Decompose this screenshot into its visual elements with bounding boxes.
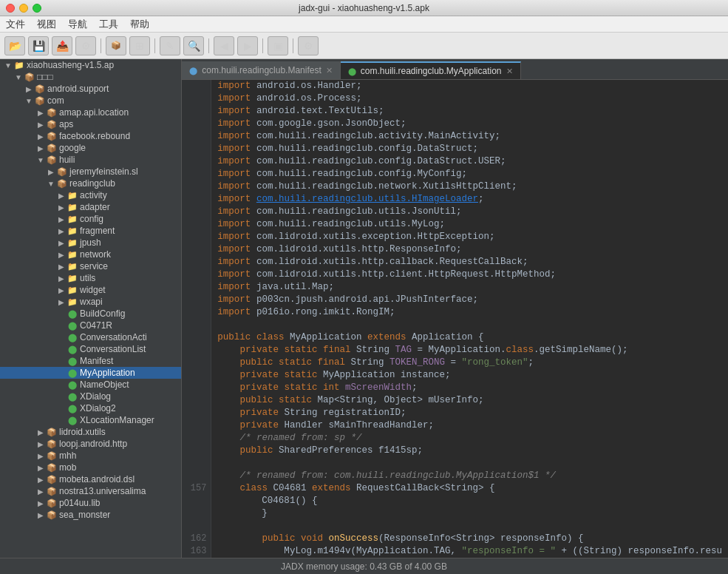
tree-item-mob[interactable]: ▶ 📦 mob xyxy=(0,462,181,473)
folder-icon-utils: 📁 xyxy=(67,274,78,283)
label-mobeta: mobeta.android.dsl xyxy=(58,474,135,484)
toolbar-back-btn[interactable]: ◀ xyxy=(214,36,234,55)
toolbar: 📂 💾 📤 ⚙ 📦 ⊞ ✎ 🔍 ◀ ▶ ▣ ⚙ xyxy=(0,33,728,59)
grid-icon: ⊞ xyxy=(135,40,144,52)
tree-item-utils[interactable]: ▶ 📁 utils xyxy=(0,272,181,284)
tree-item-readingclub[interactable]: ▼ 📦 readingclub xyxy=(0,178,181,189)
toolbar-edit-btn[interactable]: ✎ xyxy=(160,36,180,55)
tree-item-facebook[interactable]: ▶ 📦 facebook.rebound xyxy=(0,130,181,142)
menu-tools[interactable]: 工具 xyxy=(99,18,118,31)
tree-item-amap[interactable]: ▶ 📦 amap.api.location xyxy=(0,107,181,118)
back-icon: ◀ xyxy=(220,40,228,52)
close-button[interactable] xyxy=(6,4,15,13)
arrow-mob: ▶ xyxy=(35,464,46,472)
toolbar-grid-btn[interactable]: ⊞ xyxy=(129,36,150,55)
arrow-aps: ▶ xyxy=(35,121,46,129)
label-squares: □□□ xyxy=(35,72,53,82)
code-line-7: import com.huili.readingclub.config.Data… xyxy=(217,155,722,168)
tree-item-com[interactable]: ▼ 📦 com xyxy=(0,95,181,107)
label-xlocation: XLocationManager xyxy=(78,415,154,425)
pkg-icon-mob: 📦 xyxy=(46,463,58,473)
code-line-6: import com.huili.readingclub.config.Data… xyxy=(217,143,722,155)
toolbar-run-btn[interactable]: ▣ xyxy=(268,36,288,55)
tree-item-p014uu[interactable]: ▶ 📦 p014uu.lib xyxy=(0,497,181,509)
tree-item-myapplication[interactable]: ▶ ⬤ MyApplication xyxy=(0,367,181,379)
toolbar-sep-1 xyxy=(101,38,101,53)
menu-view[interactable]: 视图 xyxy=(37,18,56,31)
tab-myapplication-close[interactable]: ✕ xyxy=(506,67,513,76)
toolbar-export-btn[interactable]: 📤 xyxy=(52,36,72,55)
toolbar-pkg-btn[interactable]: 📦 xyxy=(106,36,126,55)
tree-item-convacti[interactable]: ▶ ⬤ ConversationActi xyxy=(0,331,181,343)
menu-help[interactable]: 帮助 xyxy=(130,18,149,31)
tree-item-android-support[interactable]: ▶ 📦 android.support xyxy=(0,83,181,95)
tree-item-jpush[interactable]: ▶ 📁 jpush xyxy=(0,237,181,249)
tree-item-config[interactable]: ▶ 📁 config xyxy=(0,213,181,225)
tree-item-jeremy[interactable]: ▶ 📦 jeremyfeinstein.sl xyxy=(0,166,181,178)
label-myapplication: MyApplication xyxy=(78,368,135,378)
label-config: config xyxy=(78,214,103,224)
tree-item-aps[interactable]: ▶ 📦 aps xyxy=(0,118,181,130)
tree-item-widget[interactable]: ▶ 📁 widget xyxy=(0,284,181,296)
tree-item-loopj[interactable]: ▶ 📦 loopj.android.http xyxy=(0,438,181,450)
arrow-utils: ▶ xyxy=(56,274,67,283)
tab-manifest-icon: ⬤ xyxy=(189,67,197,75)
toolbar-open-btn[interactable]: 📂 xyxy=(4,36,25,55)
arrow-jeremy: ▶ xyxy=(46,168,56,176)
maximize-button[interactable] xyxy=(33,4,41,13)
tree-item-activity[interactable]: ▶ 📁 activity xyxy=(0,189,181,201)
tree-item-mhh[interactable]: ▶ 📦 mhh xyxy=(0,450,181,462)
code-line-2: import android.os.Process; xyxy=(217,92,722,105)
minimize-button[interactable] xyxy=(19,4,28,13)
arrow-com: ▼ xyxy=(24,97,34,105)
tree-item-squares[interactable]: ▼ 📦 □□□ xyxy=(0,71,181,83)
pkg-icon-amap: 📦 xyxy=(46,108,58,118)
tree-item-mobeta[interactable]: ▶ 📦 mobeta.android.dsl xyxy=(0,473,181,485)
tree-item-buildconfig[interactable]: ▶ ⬤ BuildConfig xyxy=(0,308,181,320)
tree-item-nostra[interactable]: ▶ 📦 nostra13.universalima xyxy=(0,485,181,497)
arrow-config: ▶ xyxy=(56,215,67,223)
code-line-25: private static int mScreenWidth; xyxy=(217,382,722,394)
toolbar-sep-5 xyxy=(293,38,293,53)
arrow-amap: ▶ xyxy=(35,109,46,117)
label-p014uu: p014uu.lib xyxy=(58,498,100,508)
tree-item-seamonster[interactable]: ▶ 📦 sea_monster xyxy=(0,509,181,521)
toolbar-search-btn[interactable]: 🔍 xyxy=(183,36,204,55)
toolbar-settings-btn[interactable]: ⚙ xyxy=(298,36,319,55)
pkg-icon-huili: 📦 xyxy=(46,155,58,165)
tree-item-lidroid[interactable]: ▶ 📦 lidroid.xutils xyxy=(0,426,181,438)
arrow-activity: ▶ xyxy=(56,192,67,200)
arrow-android-support: ▶ xyxy=(24,85,34,93)
tab-myapplication[interactable]: ⬤ com.huili.readingclub.MyApplication ✕ xyxy=(341,61,521,79)
tree-item-fragment[interactable]: ▶ 📁 fragment xyxy=(0,225,181,237)
tree-item-manifest[interactable]: ▶ ⬤ Manifest xyxy=(0,355,181,367)
menu-nav[interactable]: 导航 xyxy=(68,18,87,31)
tree-item-convlist[interactable]: ▶ ⬤ ConversationList xyxy=(0,343,181,355)
toolbar-prefs-btn[interactable]: ⚙ xyxy=(75,36,96,55)
tree-item-adapter[interactable]: ▶ 📁 adapter xyxy=(0,201,181,213)
label-convacti: ConversationActi xyxy=(78,332,147,342)
tree-item-wxapi[interactable]: ▶ 📁 wxapi xyxy=(0,296,181,308)
tab-manifest[interactable]: ⬤ com.huili.readingclub.Manifest ✕ xyxy=(182,61,340,79)
tree-item-network[interactable]: ▶ 📁 network xyxy=(0,249,181,260)
tree-item-huili[interactable]: ▼ 📦 huili xyxy=(0,154,181,166)
pkg-icon-readingclub: 📦 xyxy=(56,179,68,189)
pkg-icon-aps: 📦 xyxy=(46,120,58,129)
toolbar-forward-btn[interactable]: ▶ xyxy=(237,36,258,55)
tree-item-xdialog[interactable]: ▶ ⬤ XDialog xyxy=(0,391,181,402)
pkg-icon-android-support: 📦 xyxy=(34,84,46,94)
menu-file[interactable]: 文件 xyxy=(6,18,25,31)
tree-item-c0471r[interactable]: ▶ ⬤ C0471R xyxy=(0,320,181,331)
tab-manifest-close[interactable]: ✕ xyxy=(326,66,333,75)
tree-item-xdialog2[interactable]: ▶ ⬤ XDialog2 xyxy=(0,402,181,414)
code-editor[interactable]: 157 162 163 164 165 172 import android.o… xyxy=(182,80,728,558)
toolbar-save-btn[interactable]: 💾 xyxy=(28,36,49,55)
code-line-22: private static final String TAG = MyAppl… xyxy=(217,344,722,357)
tree-item-google[interactable]: ▶ 📦 google xyxy=(0,142,181,154)
label-xdialog2: XDialog2 xyxy=(78,403,116,413)
tree-item-nameobject[interactable]: ▶ ⬤ NameObject xyxy=(0,379,181,391)
tree-item-xlocation[interactable]: ▶ ⬤ XLocationManager xyxy=(0,414,181,426)
tree-item-service[interactable]: ▶ 📁 service xyxy=(0,260,181,272)
arrow-jpush: ▶ xyxy=(56,239,67,247)
tree-root[interactable]: ▼ 📁 xiaohuasheng-v1.5.ap xyxy=(0,59,181,71)
